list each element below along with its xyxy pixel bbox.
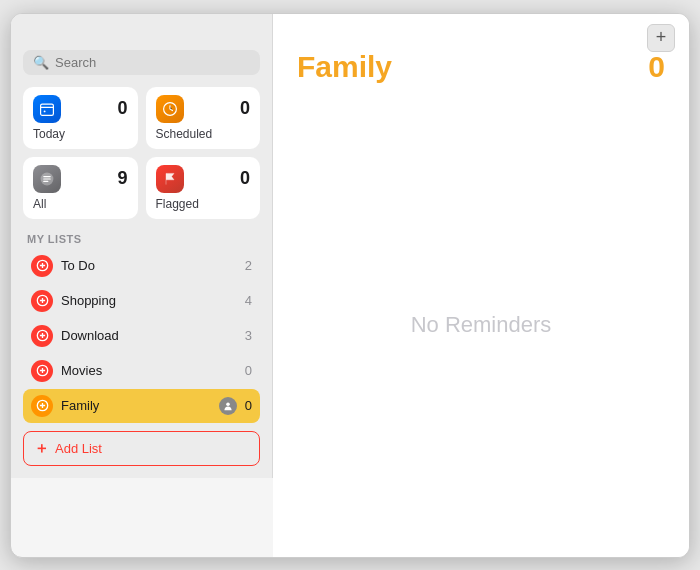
todo-count: 2 [245, 258, 252, 273]
add-list-plus-icon: ＋ [34, 439, 49, 458]
search-input[interactable] [55, 55, 250, 70]
sidebar-wrapper: 🔍 0 Today [11, 14, 273, 557]
today-icon [33, 95, 61, 123]
svg-rect-0 [41, 104, 54, 115]
flagged-count: 0 [240, 168, 250, 189]
list-item-family[interactable]: Family 0 [23, 389, 260, 423]
list-item-shopping[interactable]: Shopping 4 [23, 284, 260, 318]
list-item-movies[interactable]: Movies 0 [23, 354, 260, 388]
scheduled-label: Scheduled [156, 127, 251, 141]
shopping-name: Shopping [61, 293, 237, 308]
shopping-count: 4 [245, 293, 252, 308]
my-lists-label: My Lists [23, 233, 260, 245]
quick-card-scheduled[interactable]: 0 Scheduled [146, 87, 261, 149]
family-icon [31, 395, 53, 417]
flagged-label: Flagged [156, 197, 251, 211]
scheduled-count: 0 [240, 98, 250, 119]
quick-card-flagged[interactable]: 0 Flagged [146, 157, 261, 219]
movies-count: 0 [245, 363, 252, 378]
list-item-download[interactable]: Download 3 [23, 319, 260, 353]
sidebar-inner: 🔍 0 Today [11, 42, 272, 423]
main-header: Family 0 [273, 14, 689, 94]
family-count: 0 [245, 398, 252, 413]
quick-card-today[interactable]: 0 Today [23, 87, 138, 149]
app-window: 🔍 0 Today [10, 13, 690, 558]
movies-icon [31, 360, 53, 382]
no-reminders-label: No Reminders [273, 94, 689, 557]
all-label: All [33, 197, 128, 211]
add-reminder-button[interactable]: + [647, 24, 675, 52]
download-count: 3 [245, 328, 252, 343]
family-name: Family [61, 398, 211, 413]
add-list-label: Add List [55, 441, 102, 456]
all-count: 9 [117, 168, 127, 189]
search-icon: 🔍 [33, 55, 49, 70]
main-content: + Family 0 No Reminders [273, 14, 689, 557]
svg-point-9 [226, 402, 230, 406]
main-count: 0 [648, 50, 665, 84]
movies-name: Movies [61, 363, 237, 378]
quick-card-all[interactable]: 9 All [23, 157, 138, 219]
main-title: Family [297, 50, 392, 84]
all-icon [33, 165, 61, 193]
shopping-icon [31, 290, 53, 312]
svg-point-1 [44, 110, 46, 112]
download-icon [31, 325, 53, 347]
search-bar[interactable]: 🔍 [23, 50, 260, 75]
list-item-todo[interactable]: To Do 2 [23, 249, 260, 283]
today-count: 0 [117, 98, 127, 119]
sidebar: 🔍 0 Today [11, 14, 273, 478]
flagged-icon [156, 165, 184, 193]
download-name: Download [61, 328, 237, 343]
quick-access-grid: 0 Today 0 Scheduled [23, 87, 260, 219]
shared-icon [219, 397, 237, 415]
today-label: Today [33, 127, 128, 141]
list-items: To Do 2 Shopping 4 [23, 249, 260, 423]
todo-icon [31, 255, 53, 277]
scheduled-icon [156, 95, 184, 123]
add-list-button[interactable]: ＋ Add List [23, 431, 260, 466]
todo-name: To Do [61, 258, 237, 273]
